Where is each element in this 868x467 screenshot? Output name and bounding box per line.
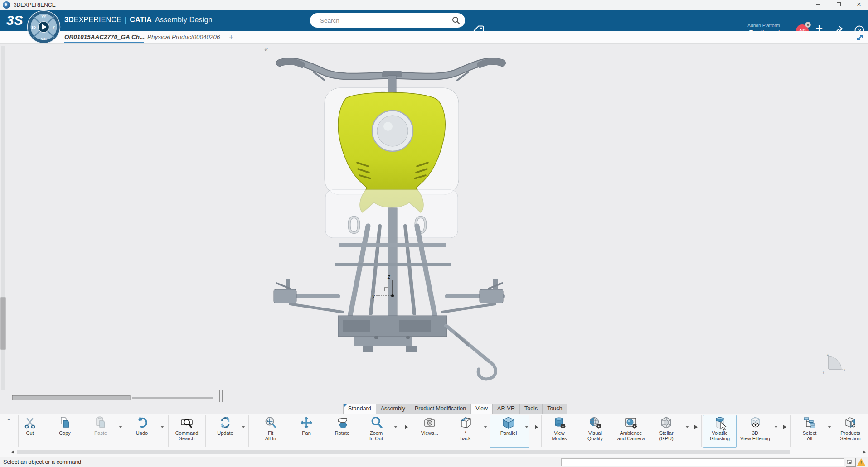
view-filtering-dropdown-caret[interactable] xyxy=(774,426,778,428)
restore-window-icon xyxy=(846,459,853,465)
mouse-cursor xyxy=(720,422,728,431)
platform-label: Admin Platform xyxy=(747,23,780,28)
ambience-camera-icon xyxy=(624,416,638,429)
ambience-camera-button[interactable]: Ambienceand Camera xyxy=(612,416,650,441)
select-all-dropdown-caret[interactable] xyxy=(828,426,831,428)
minimize-button[interactable] xyxy=(811,0,825,10)
tab-product-modification[interactable]: Product Modification xyxy=(410,404,471,414)
viewport-vscrollbar[interactable] xyxy=(1,46,5,390)
undo-arrow-icon xyxy=(135,416,149,429)
filtering-flyout-arrow[interactable] xyxy=(783,425,786,429)
tab-active-document[interactable]: OR01015AAC2770_GA Ch... xyxy=(64,34,145,40)
active-tab-underline xyxy=(64,42,144,43)
status-command-input[interactable] xyxy=(561,458,844,466)
status-message: Select an object or a command xyxy=(3,459,81,465)
undo-button[interactable]: Undo xyxy=(123,416,161,436)
tab-view[interactable]: View xyxy=(470,404,493,414)
vscrollbar-thumb[interactable] xyxy=(1,298,5,349)
stellar-aperture-icon xyxy=(659,416,673,429)
tab-assembly[interactable]: Assembly xyxy=(376,404,410,414)
model-kickstand[interactable] xyxy=(446,326,496,379)
scroll-right-arrow[interactable] xyxy=(863,450,866,454)
viewport-3d[interactable]: « xyxy=(0,44,868,414)
brand-title: 3DEXPERIENCE|CATIAAssembly Design xyxy=(64,16,213,24)
visual-quality-button[interactable]: VisualQuality xyxy=(576,416,614,441)
zoom-in-out-button[interactable]: ZoomIn Out xyxy=(357,416,395,441)
window-title: 3DEXPERIENCE xyxy=(14,2,56,8)
panel-splitter-handle[interactable] xyxy=(219,390,223,402)
stellar-dropdown-caret[interactable] xyxy=(685,426,689,428)
warning-icon[interactable]: ! xyxy=(857,458,865,466)
render-flyout-arrow[interactable] xyxy=(694,425,698,429)
brand-module: Assembly Design xyxy=(155,16,213,24)
axis-z-label: z xyxy=(387,274,390,280)
new-tab-button[interactable]: + xyxy=(229,33,233,42)
command-search-button[interactable]: CommandSearch xyxy=(168,416,206,441)
axis-y-label: y xyxy=(372,293,375,299)
view-modes-button[interactable]: ViewModes xyxy=(540,416,578,441)
update-button[interactable]: Update xyxy=(206,416,244,436)
toolbar-collapse-chevron[interactable]: ⌄ xyxy=(6,415,11,422)
pan-button[interactable]: Pan xyxy=(287,416,325,436)
global-search[interactable] xyxy=(310,13,465,28)
fit-all-in-button[interactable]: FitAll In xyxy=(252,416,290,441)
compass-vr-quadrant: V.R xyxy=(41,37,47,41)
projection-flyout-arrow[interactable] xyxy=(535,425,538,429)
compass-social-quadrant: YY xyxy=(41,14,46,19)
undo-dropdown-caret[interactable] xyxy=(160,426,164,428)
avatar-status-badge xyxy=(805,22,811,28)
model-scene[interactable]: « xyxy=(0,44,868,414)
hscrollbar-thumb[interactable] xyxy=(12,395,130,400)
search-input[interactable] xyxy=(319,15,441,25)
minimap-z-label: z xyxy=(827,352,829,356)
orientation-minimap[interactable]: z x y xyxy=(823,352,845,374)
tab-touch[interactable]: Touch xyxy=(542,404,567,414)
maximize-button[interactable] xyxy=(832,0,845,10)
zoom-magnifier-icon xyxy=(369,416,383,429)
status-bar: Select an object or a command ! xyxy=(0,457,868,467)
rotate-button[interactable]: Rotate xyxy=(323,416,361,436)
view-filtering-eye-icon xyxy=(748,416,762,429)
copy-button[interactable]: Copy xyxy=(46,416,84,436)
panel-collapse-chevron[interactable]: « xyxy=(264,45,268,53)
parallel-button[interactable]: Parallel xyxy=(490,416,528,436)
paste-dropdown-caret[interactable] xyxy=(119,426,122,428)
update-dropdown-caret[interactable] xyxy=(242,426,245,428)
products-selection-button[interactable]: ProductsSelection xyxy=(831,416,868,441)
back-dropdown-caret[interactable] xyxy=(484,426,487,428)
parallel-dropdown-caret[interactable] xyxy=(525,426,529,428)
stellar-gpu-button[interactable]: Stellar(GPU) xyxy=(647,416,685,441)
copy-pages-icon xyxy=(58,416,72,429)
zoom-dropdown-caret[interactable] xyxy=(394,426,398,428)
view-modes-icon xyxy=(553,416,566,429)
back-view-button[interactable]: *back xyxy=(446,416,485,441)
toolbar-scrollbar[interactable] xyxy=(0,449,868,457)
tab-secondary-document[interactable]: Physical Product00040206 xyxy=(147,34,220,40)
ghost-digit-left: 0 xyxy=(347,211,361,238)
paste-button[interactable]: Paste xyxy=(82,416,120,436)
view-filtering-3d-button[interactable]: 3DView Filtering xyxy=(736,416,774,441)
close-button[interactable]: × xyxy=(852,0,866,10)
viewport-hscrollbar[interactable] xyxy=(12,395,213,400)
3d-compass[interactable]: YY 3D i' V.R xyxy=(27,10,61,44)
view-group-flyout-arrow[interactable] xyxy=(405,425,408,429)
action-toolbar: ⌄ Cut Copy Paste xyxy=(0,414,868,457)
search-icon[interactable] xyxy=(451,16,461,25)
expand-widget-icon[interactable] xyxy=(855,33,865,43)
toolbar-scrollbar-track[interactable] xyxy=(17,450,790,454)
selection-tree-icon xyxy=(803,416,816,429)
rotate-hand-icon xyxy=(335,416,349,429)
minimap-y-label: y xyxy=(823,370,824,374)
brand-catia: CATIA xyxy=(130,16,152,24)
tab-ar-vr[interactable]: AR-VR xyxy=(492,404,520,414)
tab-standard[interactable]: Standard xyxy=(343,404,376,414)
views-button[interactable]: Views... xyxy=(411,416,449,436)
window-restore-button[interactable] xyxy=(846,458,856,467)
cut-button[interactable]: Cut xyxy=(11,416,49,436)
select-all-button[interactable]: SelectAll xyxy=(790,416,829,441)
tab-tools[interactable]: Tools xyxy=(519,404,543,414)
volatile-ghosting-button[interactable]: VolatileGhosting xyxy=(701,416,739,441)
products-selection-icon xyxy=(844,416,857,429)
scroll-left-arrow[interactable] xyxy=(11,450,14,454)
wireframe-cube-icon xyxy=(459,416,472,429)
